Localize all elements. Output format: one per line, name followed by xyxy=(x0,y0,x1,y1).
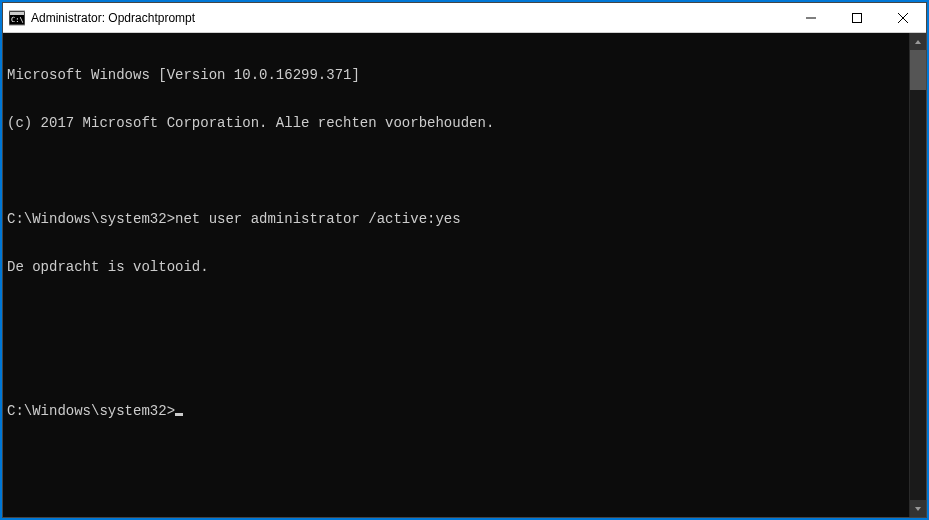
terminal-cursor xyxy=(175,413,183,416)
terminal-line: Microsoft Windows [Version 10.0.16299.37… xyxy=(7,67,909,83)
scroll-up-button[interactable] xyxy=(910,33,926,50)
terminal-line xyxy=(7,307,909,323)
window-controls xyxy=(788,3,926,32)
terminal-line xyxy=(7,163,909,179)
window-title: Administrator: Opdrachtprompt xyxy=(31,11,195,25)
close-button[interactable] xyxy=(880,3,926,32)
scroll-down-button[interactable] xyxy=(910,500,926,517)
terminal-prompt-line: C:\Windows\system32> xyxy=(7,403,909,419)
minimize-button[interactable] xyxy=(788,3,834,32)
titlebar[interactable]: C:\ Administrator: Opdrachtprompt xyxy=(3,3,926,33)
command-prompt-window: C:\ Administrator: Opdrachtprompt Micros… xyxy=(2,2,927,518)
terminal-line xyxy=(7,355,909,371)
client-area: Microsoft Windows [Version 10.0.16299.37… xyxy=(3,33,926,517)
maximize-button[interactable] xyxy=(834,3,880,32)
svg-rect-1 xyxy=(10,12,24,15)
terminal-output[interactable]: Microsoft Windows [Version 10.0.16299.37… xyxy=(3,33,909,517)
terminal-line: (c) 2017 Microsoft Corporation. Alle rec… xyxy=(7,115,909,131)
terminal-line: C:\Windows\system32>net user administrat… xyxy=(7,211,909,227)
cmd-icon: C:\ xyxy=(9,10,25,26)
terminal-prompt: C:\Windows\system32> xyxy=(7,403,175,419)
svg-rect-3 xyxy=(806,17,816,18)
vertical-scrollbar[interactable] xyxy=(909,33,926,517)
terminal-line: De opdracht is voltooid. xyxy=(7,259,909,275)
scroll-thumb[interactable] xyxy=(910,50,926,90)
svg-text:C:\: C:\ xyxy=(11,16,24,24)
svg-rect-4 xyxy=(853,13,862,22)
scroll-track[interactable] xyxy=(910,50,926,500)
